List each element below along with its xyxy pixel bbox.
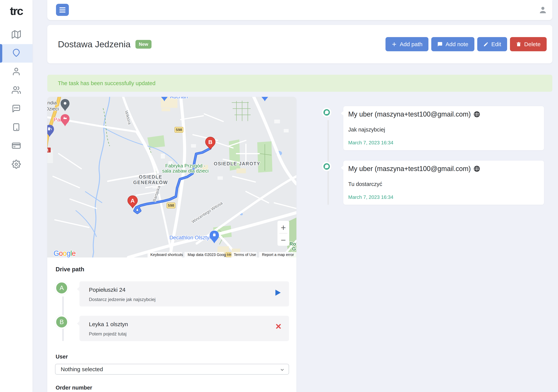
note-date: March 7, 2023 16:34 (348, 194, 393, 200)
map-icon (12, 30, 21, 40)
stop-title: Popiełuszki 24 (89, 287, 125, 293)
sidebar-nav (0, 26, 33, 174)
chat-icon (437, 42, 443, 47)
play-icon (275, 290, 281, 296)
svg-text:1: 1 (47, 148, 49, 152)
success-alert: The task has been successfully updated (47, 75, 552, 92)
map-attribution: Keyboard shortcuts Map data ©2023 Google… (148, 252, 296, 258)
drive-path-stop-a: Popiełuszki 24 Dostarcz jedzenie jak naj… (79, 281, 289, 306)
sidebar-item-settings[interactable] (0, 155, 33, 174)
terms-of-use-link[interactable]: Terms of Use (234, 253, 256, 257)
note-body: Jak najszybciej (348, 127, 385, 133)
svg-text:GENERAŁÓW: GENERAŁÓW (133, 180, 168, 185)
svg-text:598: 598 (168, 203, 174, 208)
order-number-label: Order number (56, 385, 92, 391)
note-date: March 7, 2023 16:34 (348, 140, 393, 146)
task-header-card: Dostawa Jedzenia New Add path Add note E… (47, 25, 552, 63)
svg-text:A: A (131, 198, 135, 204)
svg-text:598: 598 (227, 253, 232, 257)
route-shield-1: 1 (47, 148, 51, 152)
map-zoom-control: + − (278, 221, 289, 246)
note-body: Tu dostarczyć (348, 181, 382, 187)
task-detail-card: andia Dzieci Park Wiktora Auchan Fabryka… (47, 97, 296, 392)
sidebar-item-tasks[interactable] (0, 44, 33, 63)
zoom-in-button[interactable]: + (281, 223, 286, 233)
keyboard-shortcuts-link[interactable]: Keyboard shortcuts (150, 253, 183, 257)
map-background (47, 97, 296, 258)
map-label-osiedle-generalow: OSIEDLE (139, 174, 162, 180)
user-label: User (56, 354, 68, 360)
add-path-button[interactable]: Add path (385, 37, 428, 51)
report-map-error-link[interactable]: Report a map error (262, 253, 294, 257)
success-alert-text: The task has been successfully updated (58, 80, 156, 87)
drive-path-title: Drive path (56, 266, 84, 273)
stop-title: Leyka 1 olsztyn (89, 321, 128, 328)
stop-marker-a: A (55, 281, 69, 295)
sidebar-item-chat[interactable] (0, 100, 33, 118)
note-author: My uber (maszyna+test100@gmail.com) (348, 110, 480, 118)
delete-button[interactable]: Delete (510, 37, 547, 51)
stop-marker-b: B (55, 315, 69, 329)
sidebar: trc (0, 0, 33, 392)
sidebar-item-map[interactable] (0, 26, 33, 44)
user-avatar-icon[interactable] (538, 5, 547, 14)
topbar (47, 0, 552, 20)
trash-icon (516, 42, 521, 47)
user-select[interactable]: Nothing selected (55, 364, 289, 375)
pencil-icon (483, 42, 488, 47)
svg-text:B: B (208, 139, 212, 145)
note-card: My uber (maszyna+test100@gmail.com) Jak … (343, 106, 544, 150)
chevron-down-icon (280, 367, 285, 372)
hamburger-menu-button[interactable] (56, 4, 69, 16)
plus-icon (392, 42, 397, 47)
user-icon (12, 67, 21, 77)
sidebar-item-devices[interactable] (0, 118, 33, 137)
note-marker-icon (322, 108, 331, 117)
mobile-device-icon (12, 122, 21, 132)
add-note-button[interactable]: Add note (431, 37, 474, 51)
note-card: My uber (maszyna+test100@gmail.com) Tu d… (343, 161, 544, 205)
chat-bubble-icon (12, 104, 21, 114)
note-marker-icon (322, 162, 331, 171)
edit-button[interactable]: Edit (477, 37, 507, 51)
stop-subtitle: Potem pojedź tutaj (89, 331, 127, 337)
stop-subtitle: Dostarcz jedzenie jak najszybciej (89, 297, 156, 302)
chat-bubble-icon (324, 110, 329, 115)
svg-text:598: 598 (176, 128, 182, 132)
sidebar-item-users[interactable] (0, 81, 33, 100)
svg-text:Dzieci: Dzieci (47, 106, 59, 112)
app-logo: trc (0, 4, 33, 17)
map-label-fabryka: Fabryka Przygód - (165, 163, 205, 169)
credit-card-icon (12, 141, 21, 151)
google-map[interactable]: andia Dzieci Park Wiktora Auchan Fabryka… (47, 97, 296, 258)
drive-path-stop-b: Leyka 1 olsztyn Potem pojedź tutaj (79, 316, 289, 341)
chat-bubble-icon (324, 164, 329, 169)
map-label-osiedle-jaroty: OSIEDLE JAROTY (214, 161, 260, 166)
map-label-auchan: Auchan (170, 97, 188, 99)
note-author: My uber (maszyna+test100@gmail.com) (348, 165, 480, 173)
hamburger-menu-icon (59, 7, 65, 8)
play-path-button[interactable] (275, 289, 283, 296)
zoom-out-button[interactable]: − (281, 235, 286, 245)
status-badge: New (135, 40, 151, 49)
globe-icon (474, 166, 480, 172)
sidebar-item-billing[interactable] (0, 137, 33, 155)
users-group-icon (12, 86, 21, 95)
remove-stop-button[interactable] (275, 323, 283, 331)
google-logo[interactable]: Google (53, 249, 76, 257)
page-title: Dostawa Jedzenia (58, 39, 131, 49)
map-label-place-cut: andia (47, 100, 57, 105)
close-icon (275, 323, 281, 329)
svg-text:sala zabaw dla dzieci: sala zabaw dla dzieci (162, 168, 209, 174)
globe-icon (474, 111, 480, 117)
sidebar-item-user[interactable] (0, 63, 33, 81)
header-actions: Add path Add note Edit Delete (385, 37, 547, 51)
map-label-decathlon: Decathlon Olsztyn (169, 235, 212, 240)
map-data-label: Map data ©2023 Google (188, 253, 229, 257)
location-pin-icon (12, 48, 21, 58)
user-select-value: Nothing selected (61, 366, 103, 373)
settings-gear-icon (12, 160, 21, 170)
svg-text:G: G (292, 246, 296, 252)
